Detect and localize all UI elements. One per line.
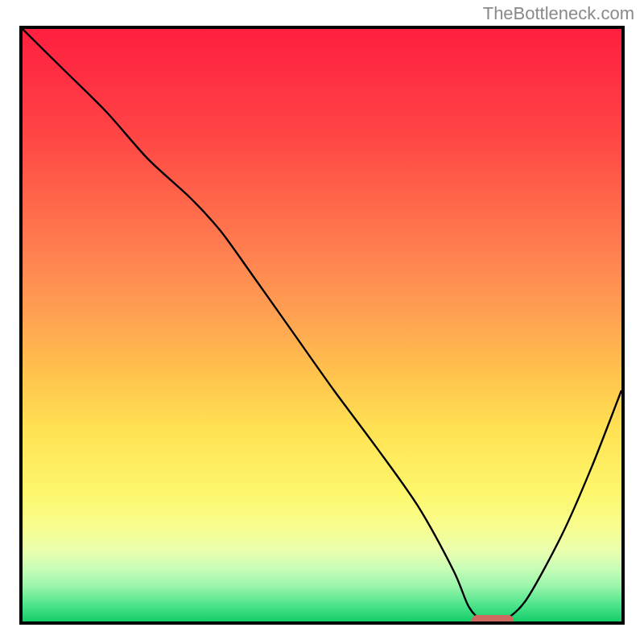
- watermark: TheBottleneck.com: [483, 3, 634, 24]
- chart-curve: [23, 29, 621, 621]
- chart-optimum-marker: [472, 615, 514, 621]
- chart-frame: [19, 26, 625, 625]
- chart-plot-area: [23, 29, 621, 621]
